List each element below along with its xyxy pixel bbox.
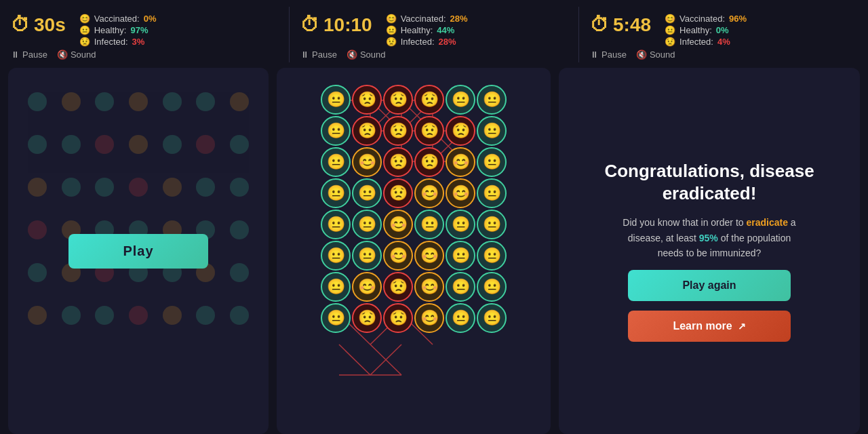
- grid-node[interactable]: 😐: [321, 116, 351, 146]
- grid-node[interactable]: 😟: [414, 147, 444, 177]
- grid-row: 😐 😐 😊 😐 😐 😐: [305, 210, 522, 239]
- grid-node[interactable]: 😊: [446, 178, 475, 208]
- grid-node[interactable]: 😐: [352, 178, 382, 208]
- grid-row: 😐 😟 😟 😟 😐 😐: [305, 85, 522, 115]
- grid-row: 😐 😟 😟 😊 😐 😐: [305, 303, 522, 333]
- grid-node[interactable]: 😐: [321, 210, 351, 239]
- panel2-stats: 😊 Vaccinated: 28% 😐 Healthy: 44% 😟 Infec…: [386, 14, 468, 47]
- top-bar: ⏱ 30s 😊 Vaccinated: 0% 😐 Healthy: 97% 😟 …: [0, 0, 868, 68]
- game-grid: 😐 😟 😟 😟 😐 😐 😐 😟 😟 😟 😟 😐: [305, 85, 522, 333]
- pause-icon: ⏸: [11, 50, 20, 60]
- external-link-icon: ↗: [738, 321, 746, 332]
- grid-node[interactable]: 😟: [414, 85, 444, 115]
- grid-node[interactable]: 😐: [477, 85, 507, 115]
- svg-line-25: [370, 344, 401, 375]
- svg-line-26: [339, 344, 370, 375]
- panel3-timer: ⏱ 5:48: [590, 14, 651, 36]
- grid-node[interactable]: 😟: [383, 85, 413, 115]
- grid-row: 😐 😊 😟 😊 😐 😐: [305, 272, 522, 302]
- grid-node[interactable]: 😐: [352, 241, 382, 271]
- grid-node[interactable]: 😊: [383, 210, 413, 239]
- grid-node[interactable]: 😐: [477, 178, 507, 208]
- timer-icon: ⏱: [11, 14, 30, 36]
- grid-node[interactable]: 😟: [383, 178, 413, 208]
- grid-node[interactable]: 😟: [383, 272, 413, 302]
- learn-more-button[interactable]: Learn more ↗: [628, 311, 791, 342]
- grid-node[interactable]: 😐: [414, 210, 444, 239]
- grid-node[interactable]: 😐: [446, 85, 475, 115]
- grid-node[interactable]: 😐: [321, 85, 351, 115]
- panel1-timer: ⏱ 30s: [11, 14, 66, 36]
- grid-node[interactable]: 😐: [321, 272, 351, 302]
- panel3-stats: 😊 Vaccinated: 96% 😐 Healthy: 0% 😟 Infect…: [665, 14, 747, 47]
- grid-node[interactable]: 😟: [383, 116, 413, 146]
- infected-icon3: 😟: [665, 37, 675, 47]
- grid-node[interactable]: 😐: [446, 303, 475, 333]
- panel3-content: Congratulations, disease eradicated! Did…: [559, 68, 860, 434]
- vaccinated-icon3: 😊: [665, 14, 675, 24]
- grid-node[interactable]: 😐: [321, 178, 351, 208]
- panel1-header: ⏱ 30s 😊 Vaccinated: 0% 😐 Healthy: 97% 😟 …: [0, 7, 289, 62]
- grid-node[interactable]: 😊: [414, 241, 444, 271]
- grid-row: 😐 😐 😊 😊 😐 😐: [305, 241, 522, 271]
- panel2-sound-button[interactable]: 🔇 Sound: [347, 50, 386, 60]
- grid-node[interactable]: 😐: [477, 210, 507, 239]
- timer-icon3: ⏱: [590, 14, 609, 36]
- panel1-sound-button[interactable]: 🔇 Sound: [57, 50, 96, 60]
- infected-icon2: 😟: [386, 37, 397, 47]
- grid-node[interactable]: 😟: [352, 116, 382, 146]
- panel2-pause-button[interactable]: ⏸ Pause: [300, 50, 337, 60]
- grid-node[interactable]: 😟: [446, 116, 475, 146]
- grid-node[interactable]: 😟: [414, 116, 444, 146]
- grid-row: 😐 😐 😟 😊 😊 😐: [305, 178, 522, 208]
- panels-row: Play: [0, 68, 868, 434]
- panel3-header: ⏱ 5:48 😊 Vaccinated: 96% 😐 Healthy: 0% 😟…: [579, 7, 868, 62]
- grid-row: 😐 😟 😟 😟 😟 😐: [305, 116, 522, 146]
- learn-more-label: Learn more: [673, 320, 732, 332]
- grid-node[interactable]: 😊: [383, 241, 413, 271]
- grid-node[interactable]: 😐: [446, 241, 475, 271]
- grid-node[interactable]: 😐: [321, 241, 351, 271]
- grid-node[interactable]: 😐: [477, 241, 507, 271]
- grid-node[interactable]: 😐: [477, 272, 507, 302]
- grid-node[interactable]: 😊: [446, 147, 475, 177]
- grid-node[interactable]: 😐: [446, 272, 475, 302]
- grid-node[interactable]: 😊: [352, 272, 382, 302]
- grid-node[interactable]: 😐: [321, 147, 351, 177]
- grid-row: 😐 😊 😟 😟 😊 😐: [305, 147, 522, 177]
- pause-icon3: ⏸: [590, 50, 599, 60]
- grid-node[interactable]: 😊: [414, 303, 444, 333]
- healthy-icon2: 😐: [386, 25, 397, 35]
- grid-node[interactable]: 😊: [414, 178, 444, 208]
- grid-node[interactable]: 😊: [352, 147, 382, 177]
- sound-icon3: 🔇: [636, 50, 647, 60]
- grid-node[interactable]: 😟: [383, 147, 413, 177]
- panel2-timer: ⏱ 10:10: [300, 14, 372, 36]
- vaccinated-icon: 😊: [79, 14, 90, 24]
- panel3-pause-button[interactable]: ⏸ Pause: [590, 50, 627, 60]
- congrats-title: Congratulations, disease eradicated!: [579, 160, 840, 206]
- grid-node[interactable]: 😐: [446, 210, 475, 239]
- infected-icon: 😟: [79, 37, 90, 47]
- play-again-button[interactable]: Play again: [628, 270, 791, 301]
- grid-node[interactable]: 😊: [414, 272, 444, 302]
- vaccinated-icon2: 😊: [386, 14, 397, 24]
- grid-node[interactable]: 😐: [477, 303, 507, 333]
- healthy-icon: 😐: [79, 25, 90, 35]
- grid-node[interactable]: 😟: [352, 303, 382, 333]
- play-button[interactable]: Play: [68, 234, 208, 269]
- panel3-sound-button[interactable]: 🔇 Sound: [636, 50, 675, 60]
- grid-node[interactable]: 😐: [477, 147, 507, 177]
- sound-icon2: 🔇: [347, 50, 357, 60]
- grid-node[interactable]: 😐: [352, 210, 382, 239]
- panel1-pause-button[interactable]: ⏸ Pause: [11, 50, 47, 60]
- panel2-content: 😐 😟 😟 😟 😐 😐 😐 😟 😟 😟 😟 😐: [277, 68, 551, 434]
- grid-node[interactable]: 😟: [383, 303, 413, 333]
- grid-node[interactable]: 😟: [352, 85, 382, 115]
- panel2-header: ⏱ 10:10 😊 Vaccinated: 28% 😐 Healthy: 44%…: [290, 7, 578, 62]
- healthy-icon3: 😐: [665, 25, 675, 35]
- timer-icon2: ⏱: [300, 14, 319, 36]
- grid-node[interactable]: 😐: [321, 303, 351, 333]
- grid-node[interactable]: 😐: [477, 116, 507, 146]
- sound-icon: 🔇: [57, 50, 68, 60]
